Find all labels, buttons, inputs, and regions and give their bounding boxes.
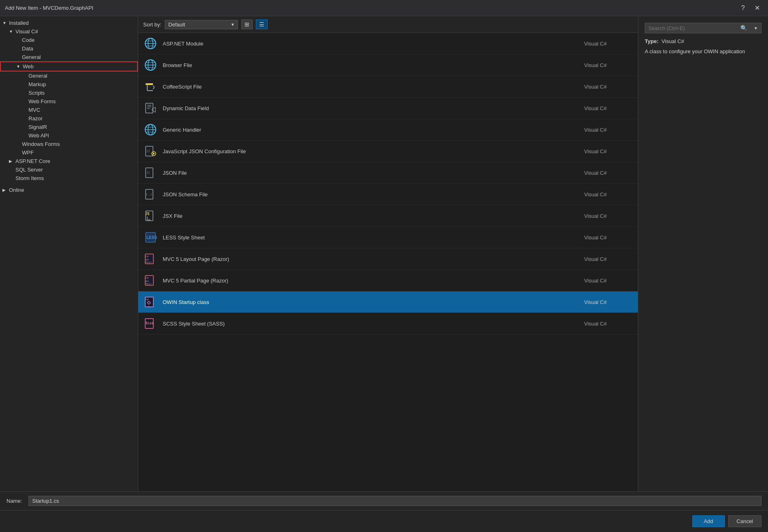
item-type: Visual C# [584,299,633,305]
items-list[interactable]: ASP.NET ModuleVisual C# Browser FileVisu… [138,33,638,491]
item-icon: JS [143,79,158,94]
tree-item-markup[interactable]: Markup [0,80,138,89]
help-button[interactable]: ? [738,3,748,13]
item-icon [143,122,158,137]
item-type: Visual C# [584,278,633,284]
item-name: Dynamic Data Field [163,105,584,111]
search-dropdown-button[interactable]: ▼ [751,24,761,32]
list-item[interactable]: Generic HandlerVisual C# [138,119,638,141]
svg-text:{..}: {..} [146,193,152,195]
tree-item-asp-net-core[interactable]: ▶ ASP.NET Core [0,157,138,165]
tree-item-data[interactable]: Data [0,44,138,53]
expand-arrow-asp-net-core: ▶ [9,159,15,163]
item-name: MVC 5 Layout Page (Razor) [163,256,584,262]
tree-item-code[interactable]: Code [0,36,138,44]
action-buttons: Add Cancel [0,510,768,532]
title-bar-controls: ? ✕ [738,3,763,13]
search-wrapper: 🔍 ▼ [645,23,761,33]
cancel-button[interactable]: Cancel [728,515,761,527]
item-name: CoffeeScript File [163,84,584,90]
tree-item-installed[interactable]: ▼ Installed [0,19,138,27]
tree-item-storm-items[interactable]: Storm Items [0,174,138,182]
item-type: Visual C# [584,213,633,219]
list-item[interactable]: {} JavaScript JSON Configuration FileVis… [138,141,638,162]
svg-text:Scss: Scss [146,321,153,325]
close-button[interactable]: ✕ [751,3,763,13]
toolbar: Sort by: DefaultNameType ▼ ⊞ ☰ [138,16,638,33]
expand-arrow-visual-cs: ▼ [9,29,15,34]
list-item[interactable]: JS JSX FileVisual C# [138,205,638,227]
item-icon: C# [143,295,158,309]
svg-point-26 [153,153,155,154]
tree-item-visual-cs[interactable]: ▼ Visual C# [0,27,138,36]
item-type: Visual C# [584,41,633,47]
tree-item-general-2[interactable]: General [0,72,138,80]
list-item[interactable]: {} JSON FileVisual C# [138,162,638,184]
tree-item-sql-server[interactable]: SQL Server [0,165,138,174]
list-item[interactable]: Scss SCSS Style Sheet (SASS)Visual C# [138,313,638,334]
item-name: ASP.NET Module [163,41,584,47]
left-panel: ▼ Installed ▼ Visual C# Code Data Genera… [0,16,138,491]
list-item[interactable]: C# MVC Razor MVC 5 Layout Page (Razor)Vi… [138,248,638,270]
list-item[interactable]: LESS LESS Style SheetVisual C# [138,227,638,248]
item-type: Visual C# [584,62,633,68]
tree-item-scripts[interactable]: Scripts [0,89,138,97]
item-icon [143,101,158,115]
tree-item-razor[interactable]: Razor [0,114,138,123]
item-type: Visual C# [584,256,633,262]
list-item[interactable]: ASP.NET ModuleVisual C# [138,33,638,54]
tree-item-online[interactable]: ▶ Online [0,186,138,194]
add-button[interactable]: Add [692,515,725,527]
list-item[interactable]: Dynamic Data FieldVisual C# [138,98,638,119]
item-icon: {} [143,165,158,180]
svg-text:C#: C# [146,276,149,279]
item-icon [143,58,158,72]
search-icon-button[interactable]: 🔍 [737,23,751,33]
svg-text:{}: {} [146,150,150,153]
list-item[interactable]: JS CoffeeScript FileVisual C# [138,76,638,98]
dialog-content: ▼ Installed ▼ Visual C# Code Data Genera… [0,16,768,491]
info-type-label: Type: [645,38,659,44]
sort-dropdown[interactable]: DefaultNameType [165,20,238,29]
right-panel: 🔍 ▼ Type: Visual C# A class to configure… [638,16,768,491]
name-input[interactable] [28,496,761,506]
item-name: MVC 5 Partial Page (Razor) [163,278,584,284]
list-item[interactable]: C# MVC Razor MVC 5 Partial Page (Razor)V… [138,270,638,291]
search-input[interactable] [645,24,737,33]
list-item[interactable]: C# OWIN Startup classVisual C# [138,291,638,313]
list-item[interactable]: Browser FileVisual C# [138,54,638,76]
list-item[interactable]: {..} JSON Schema FileVisual C# [138,184,638,205]
tree-item-web[interactable]: ▼ Web [0,61,138,72]
item-icon [143,36,158,51]
item-type: Visual C# [584,127,633,133]
view-grid-button[interactable]: ⊞ [241,20,253,29]
item-type: Visual C# [584,170,633,176]
expand-arrow-installed: ▼ [2,21,9,25]
item-icon: C# MVC Razor [143,252,158,266]
tree-item-signalr[interactable]: SignalR [0,123,138,131]
item-name: OWIN Startup class [163,299,584,305]
svg-text:Razor: Razor [146,261,152,263]
middle-panel: Sort by: DefaultNameType ▼ ⊞ ☰ ASP.NET M… [138,16,638,491]
tree-item-mvc[interactable]: MVC [0,106,138,114]
search-row: 🔍 ▼ [645,23,761,33]
title-bar: Add New Item - MVCDemo.GraphAPI ? ✕ [0,0,768,16]
bottom-bar: Name: [0,491,768,510]
tree-item-web-forms[interactable]: Web Forms [0,97,138,106]
item-name: JSON Schema File [163,191,584,198]
svg-text:C#: C# [146,298,149,301]
name-label: Name: [7,498,22,504]
info-type-value: Visual C# [661,38,684,44]
item-name: JSON File [163,170,584,176]
tree-item-general-1[interactable]: General [0,53,138,61]
item-type: Visual C# [584,191,633,198]
tree-item-wpf[interactable]: WPF [0,148,138,157]
item-name: LESS Style Sheet [163,235,584,241]
view-list-button[interactable]: ☰ [256,20,268,29]
item-name: JSX File [163,213,584,219]
tree-item-web-api[interactable]: Web API [0,131,138,140]
item-icon: {..} [143,187,158,202]
item-icon: C# MVC Razor [143,273,158,288]
item-name: JavaScript JSON Configuration File [163,148,584,154]
tree-item-windows-forms[interactable]: Windows Forms [0,140,138,148]
